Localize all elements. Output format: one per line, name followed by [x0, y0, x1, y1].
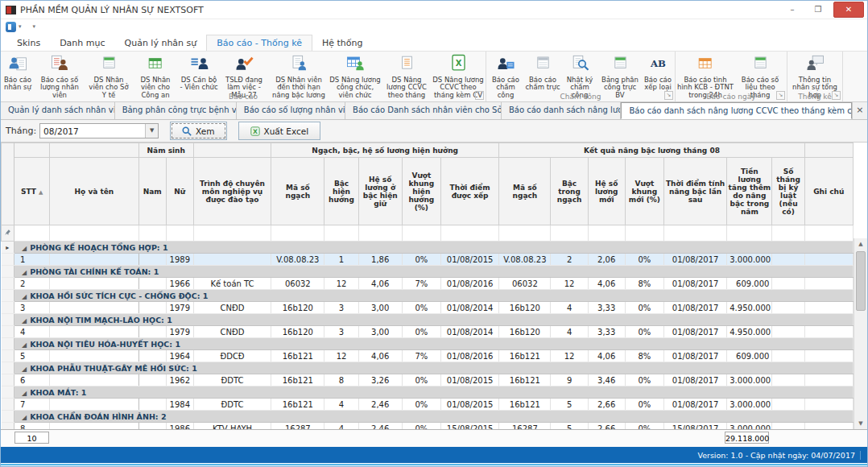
group-expand-icon[interactable]: ◢ — [22, 317, 27, 324]
ribbon-tab-2[interactable]: Danh mục — [50, 35, 114, 51]
filter-cell[interactable] — [663, 225, 726, 242]
cell[interactable] — [804, 254, 853, 266]
cell[interactable]: 01/08/2015 — [440, 254, 498, 266]
cell[interactable]: 3,33 — [588, 326, 625, 338]
cell[interactable]: 01/08/2017 — [663, 302, 726, 314]
cell[interactable]: V.08.08.23 — [499, 254, 551, 266]
filter-cell[interactable] — [804, 225, 853, 242]
cell[interactable] — [138, 302, 166, 314]
month-dropdown-icon[interactable]: ▼ — [145, 124, 158, 138]
cell[interactable]: 2,66 — [588, 399, 625, 411]
cell[interactable] — [138, 350, 166, 362]
cell[interactable]: 4 — [551, 326, 588, 338]
cell[interactable]: 16b120 — [271, 326, 324, 338]
cell[interactable]: 7% — [402, 278, 440, 290]
document-tab-4[interactable]: Báo cáo Danh sách nhân viên cho Sở Y tế — [345, 102, 502, 119]
cell[interactable]: 8% — [625, 350, 663, 362]
cell[interactable] — [772, 374, 804, 386]
cell[interactable]: 01/08/2014 — [440, 302, 498, 314]
cell[interactable]: 0% — [625, 326, 663, 338]
filter-cell[interactable] — [193, 225, 271, 242]
cell[interactable]: 16b121 — [271, 374, 324, 386]
cell[interactable]: 16b121 — [499, 374, 551, 386]
cell[interactable] — [138, 254, 166, 266]
column-header-17[interactable]: Số tháng bị kỷ luật (nếu có) — [772, 158, 804, 225]
cell[interactable]: CNĐD — [193, 302, 271, 314]
filter-cell[interactable] — [588, 225, 625, 242]
cell[interactable]: 3 — [324, 302, 358, 314]
cell[interactable]: 4,06 — [588, 278, 625, 290]
group-row[interactable]: ◢KHOA HỒI SỨC TÍCH CỰC - CHỐNG ĐỘC: 1 — [2, 290, 854, 302]
cell[interactable] — [804, 350, 853, 362]
table-row[interactable]: 41979CNĐD16b12033,000%01/08/201416b12043… — [2, 326, 854, 338]
cell[interactable]: 3,46 — [588, 374, 625, 386]
filter-cell[interactable] — [551, 225, 588, 242]
filter-cell[interactable] — [271, 225, 324, 242]
column-header-5[interactable]: Trình độ chuyên môn nghiệp vụ được đào t… — [193, 158, 271, 225]
cell[interactable]: 4 — [14, 326, 50, 338]
cell[interactable]: 01/08/2016 — [440, 350, 498, 362]
cell[interactable]: 1 — [324, 254, 358, 266]
group-row-label[interactable]: ◢KHOA NỘI TIÊU HÓA-HUYẾT HỌC: 1 — [14, 338, 854, 350]
cell[interactable]: 0% — [402, 254, 440, 266]
ribbon-button-due-raise[interactable]: DS Nhân viên đến thời hạn nâng bậc lương — [269, 52, 329, 92]
group-expand-icon[interactable]: ◢ — [22, 366, 27, 373]
ribbon-button-raise-ccvc[interactable]: DS Nâng lương công chức, viên chức — [329, 52, 382, 92]
cell[interactable]: CNĐD — [193, 326, 271, 338]
cell[interactable]: 16b120 — [499, 302, 551, 314]
ribbon-button-raise-monthly-cv[interactable]: XDS Nâng lương CCVC theo tháng kèm CV — [432, 52, 485, 92]
column-header-2[interactable]: Họ và tên — [50, 158, 138, 225]
filter-cell[interactable] — [138, 225, 166, 242]
cell[interactable]: ĐDTC — [193, 374, 271, 386]
document-tab-1[interactable]: Quản lý danh sách nhân viên — [1, 102, 115, 119]
cell[interactable]: 1989 — [166, 254, 193, 266]
dialog-launcher-icon[interactable]: ↘ — [832, 91, 841, 100]
cell[interactable]: 3,33 — [588, 302, 625, 314]
ribbon-button-personnel-summary[interactable]: Thông tin nhân sự tổng hợp — [788, 52, 841, 92]
cell[interactable]: 12 — [551, 350, 588, 362]
cell[interactable]: 1966 — [166, 278, 193, 290]
filter-cell[interactable] — [324, 225, 358, 242]
group-row-label[interactable]: ◢KHOA MẮT: 1 — [14, 386, 854, 399]
app-menu-caret-icon[interactable]: ▾ — [19, 23, 22, 30]
cell[interactable]: 01/08/2017 — [663, 350, 726, 362]
cell[interactable]: 01/08/2015 — [440, 374, 498, 386]
cell[interactable]: 0% — [625, 254, 663, 266]
cell[interactable]: ĐDTC — [193, 399, 271, 411]
cell[interactable]: 4 — [551, 302, 588, 314]
close-button[interactable]: ✕ — [833, 2, 864, 18]
ribbon-button-duty-report[interactable]: Báo cáo chấm trực — [524, 52, 561, 92]
ribbon-button-raise-monthly[interactable]: DS Nâng lương CCVC theo tháng — [382, 52, 432, 92]
ribbon-tab-3[interactable]: Quản lý nhân sự — [115, 35, 207, 51]
filter-cell[interactable] — [166, 225, 193, 242]
ribbon-button-grading-report[interactable]: ABBáo cáo xếp loại — [642, 52, 674, 92]
ribbon-button-list-health-dept[interactable]: DS Nhân viên cho Sở Y tế — [85, 52, 132, 92]
ribbon-button-timekeeping-log[interactable]: Nhật ký chấm công — [561, 52, 598, 92]
filter-cell[interactable] — [625, 225, 663, 242]
column-header-12[interactable]: Bậc trong ngạch — [551, 158, 588, 225]
cell[interactable] — [804, 374, 853, 386]
cell[interactable]: 12 — [324, 350, 358, 362]
cell[interactable]: 16b121 — [499, 350, 551, 362]
table-row[interactable]: 61962ĐDTC16b12183,260%01/08/201516b12193… — [2, 374, 854, 386]
cell[interactable]: 0% — [402, 326, 440, 338]
cell[interactable] — [50, 350, 138, 362]
cell[interactable]: ĐDCĐ — [193, 350, 271, 362]
column-header-10[interactable]: Thời điểm được xếp — [440, 158, 498, 225]
cell[interactable]: 01/08/2017 — [663, 326, 726, 338]
cell[interactable]: 4.950.000 — [727, 326, 772, 338]
cell[interactable]: 4 — [324, 399, 358, 411]
ribbon-button-report-staff-count[interactable]: Báo cáo số lượng nhân viên — [34, 52, 85, 92]
scrollbar-thumb[interactable] — [856, 251, 866, 311]
cell[interactable]: 5 — [551, 399, 588, 411]
column-header-1[interactable]: STT▲ — [14, 158, 50, 225]
cell[interactable]: 2 — [14, 278, 50, 290]
cell[interactable]: 3 — [324, 326, 358, 338]
table-row[interactable]: 31979CNĐD16b12033,000%01/08/201416b12043… — [2, 302, 854, 314]
vertical-scrollbar[interactable]: ▲ ▼ — [854, 238, 867, 430]
column-header-13[interactable]: Hệ số lương mới — [588, 158, 625, 225]
cell[interactable]: 3.000.000 — [727, 254, 772, 266]
document-tab-2[interactable]: Bảng phân công trực bệnh viện — [115, 102, 237, 119]
ribbon-button-list-police[interactable]: DS Nhân viên cho Công an — [132, 52, 179, 92]
table-row[interactable]: 71984ĐDTC16b12142,460%01/08/201516b12152… — [2, 399, 854, 411]
